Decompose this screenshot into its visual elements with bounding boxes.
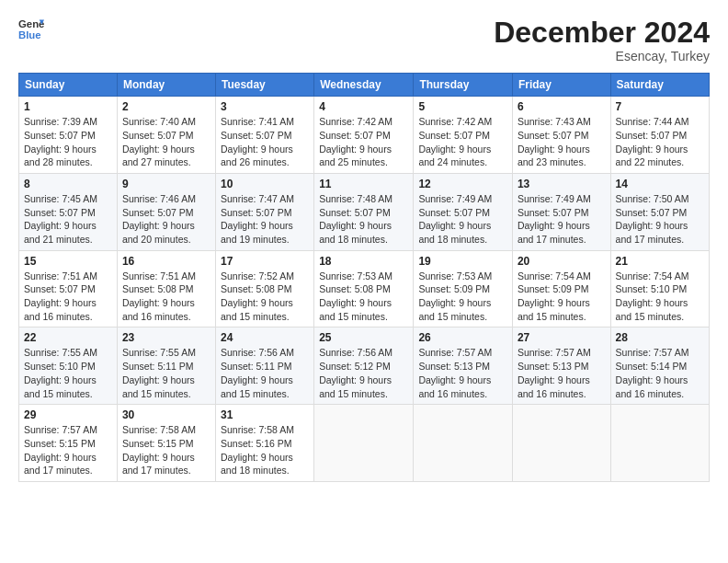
day-cell: 28Sunrise: 7:57 AMSunset: 5:14 PMDayligh… [610,327,709,405]
day-info: Sunrise: 7:54 AMSunset: 5:09 PMDaylight:… [518,270,606,324]
day-number: 2 [122,100,210,113]
day-cell: 21Sunrise: 7:54 AMSunset: 5:10 PMDayligh… [610,250,709,327]
day-info: Sunrise: 7:49 AMSunset: 5:07 PMDaylight:… [518,192,606,247]
day-cell [414,405,513,482]
day-header-saturday: Saturday [610,74,709,97]
week-row-2: 8Sunrise: 7:45 AMSunset: 5:07 PMDaylight… [19,173,710,250]
day-cell: 14Sunrise: 7:50 AMSunset: 5:07 PMDayligh… [610,173,709,250]
day-cell [512,405,610,482]
day-cell: 27Sunrise: 7:57 AMSunset: 5:13 PMDayligh… [512,327,610,405]
day-number: 7 [616,100,704,113]
month-title: December 2024 [494,17,710,49]
day-cell: 10Sunrise: 7:47 AMSunset: 5:07 PMDayligh… [215,173,313,250]
day-info: Sunrise: 7:46 AMSunset: 5:07 PMDaylight:… [122,192,210,247]
day-cell: 5Sunrise: 7:42 AMSunset: 5:07 PMDaylight… [414,97,513,174]
day-number: 9 [122,178,210,190]
day-info: Sunrise: 7:42 AMSunset: 5:07 PMDaylight:… [319,115,408,169]
day-number: 8 [24,178,112,190]
day-cell: 18Sunrise: 7:53 AMSunset: 5:08 PMDayligh… [314,250,414,327]
day-number: 26 [418,331,507,344]
day-number: 28 [616,331,704,344]
day-cell: 7Sunrise: 7:44 AMSunset: 5:07 PMDaylight… [610,97,709,174]
day-cell: 12Sunrise: 7:49 AMSunset: 5:07 PMDayligh… [414,173,513,250]
day-number: 23 [122,331,210,344]
day-cell: 26Sunrise: 7:57 AMSunset: 5:13 PMDayligh… [414,327,513,405]
day-info: Sunrise: 7:40 AMSunset: 5:07 PMDaylight:… [122,115,210,169]
day-info: Sunrise: 7:49 AMSunset: 5:07 PMDaylight:… [418,192,507,247]
day-info: Sunrise: 7:53 AMSunset: 5:09 PMDaylight:… [418,270,507,324]
day-number: 29 [24,408,112,421]
day-info: Sunrise: 7:54 AMSunset: 5:10 PMDaylight:… [616,270,704,324]
logo-icon: General Blue [18,17,44,42]
day-info: Sunrise: 7:39 AMSunset: 5:07 PMDaylight:… [24,115,112,169]
day-info: Sunrise: 7:57 AMSunset: 5:13 PMDaylight:… [418,346,507,400]
day-number: 1 [24,100,112,113]
day-cell: 15Sunrise: 7:51 AMSunset: 5:07 PMDayligh… [19,250,118,327]
day-cell [610,405,709,482]
day-info: Sunrise: 7:57 AMSunset: 5:14 PMDaylight:… [616,346,704,400]
day-number: 10 [221,178,309,190]
day-info: Sunrise: 7:58 AMSunset: 5:16 PMDaylight:… [221,423,309,477]
day-info: Sunrise: 7:41 AMSunset: 5:07 PMDaylight:… [221,115,309,169]
day-cell: 1Sunrise: 7:39 AMSunset: 5:07 PMDaylight… [19,97,118,174]
day-cell: 19Sunrise: 7:53 AMSunset: 5:09 PMDayligh… [414,250,513,327]
day-cell: 29Sunrise: 7:57 AMSunset: 5:15 PMDayligh… [19,405,118,482]
day-cell: 3Sunrise: 7:41 AMSunset: 5:07 PMDaylight… [215,97,313,174]
day-cell: 30Sunrise: 7:58 AMSunset: 5:15 PMDayligh… [117,405,215,482]
day-info: Sunrise: 7:58 AMSunset: 5:15 PMDaylight:… [122,423,210,477]
day-number: 30 [122,408,210,421]
logo: General Blue [18,17,44,42]
day-number: 12 [418,178,507,190]
day-number: 25 [319,331,408,344]
day-header-thursday: Thursday [414,74,513,97]
day-info: Sunrise: 7:56 AMSunset: 5:11 PMDaylight:… [221,346,309,400]
day-cell: 25Sunrise: 7:56 AMSunset: 5:12 PMDayligh… [314,327,414,405]
day-headers-row: SundayMondayTuesdayWednesdayThursdayFrid… [19,74,710,97]
week-row-4: 22Sunrise: 7:55 AMSunset: 5:10 PMDayligh… [19,327,710,405]
day-number: 3 [221,100,309,113]
day-cell: 16Sunrise: 7:51 AMSunset: 5:08 PMDayligh… [117,250,215,327]
day-cell: 31Sunrise: 7:58 AMSunset: 5:16 PMDayligh… [215,405,313,482]
week-row-3: 15Sunrise: 7:51 AMSunset: 5:07 PMDayligh… [19,250,710,327]
title-area: December 2024 Esencay, Turkey [494,17,710,63]
day-cell: 24Sunrise: 7:56 AMSunset: 5:11 PMDayligh… [215,327,313,405]
day-number: 13 [518,178,606,190]
day-cell: 4Sunrise: 7:42 AMSunset: 5:07 PMDaylight… [314,97,414,174]
day-info: Sunrise: 7:45 AMSunset: 5:07 PMDaylight:… [24,192,112,247]
day-cell: 23Sunrise: 7:55 AMSunset: 5:11 PMDayligh… [117,327,215,405]
day-cell: 6Sunrise: 7:43 AMSunset: 5:07 PMDaylight… [512,97,610,174]
day-header-monday: Monday [117,74,215,97]
day-cell: 22Sunrise: 7:55 AMSunset: 5:10 PMDayligh… [19,327,118,405]
day-number: 4 [319,100,408,113]
day-number: 11 [319,178,408,190]
day-header-friday: Friday [512,74,610,97]
day-number: 16 [122,255,210,268]
week-row-1: 1Sunrise: 7:39 AMSunset: 5:07 PMDaylight… [19,97,710,174]
day-number: 31 [221,408,309,421]
day-number: 17 [221,255,309,268]
day-info: Sunrise: 7:53 AMSunset: 5:08 PMDaylight:… [319,270,408,324]
day-info: Sunrise: 7:48 AMSunset: 5:07 PMDaylight:… [319,192,408,247]
day-info: Sunrise: 7:56 AMSunset: 5:12 PMDaylight:… [319,346,408,400]
day-cell: 13Sunrise: 7:49 AMSunset: 5:07 PMDayligh… [512,173,610,250]
svg-text:Blue: Blue [18,29,41,40]
calendar-table: SundayMondayTuesdayWednesdayThursdayFrid… [18,73,710,482]
day-info: Sunrise: 7:52 AMSunset: 5:08 PMDaylight:… [221,270,309,324]
day-header-tuesday: Tuesday [215,74,313,97]
day-info: Sunrise: 7:44 AMSunset: 5:07 PMDaylight:… [616,115,704,169]
day-number: 18 [319,255,408,268]
day-info: Sunrise: 7:47 AMSunset: 5:07 PMDaylight:… [221,192,309,247]
day-cell: 8Sunrise: 7:45 AMSunset: 5:07 PMDaylight… [19,173,118,250]
day-number: 19 [418,255,507,268]
day-number: 24 [221,331,309,344]
day-info: Sunrise: 7:57 AMSunset: 5:15 PMDaylight:… [24,423,112,477]
location: Esencay, Turkey [494,49,710,63]
day-info: Sunrise: 7:51 AMSunset: 5:08 PMDaylight:… [122,270,210,324]
day-info: Sunrise: 7:55 AMSunset: 5:11 PMDaylight:… [122,346,210,400]
day-number: 20 [518,255,606,268]
day-info: Sunrise: 7:42 AMSunset: 5:07 PMDaylight:… [418,115,507,169]
day-number: 21 [616,255,704,268]
day-number: 27 [518,331,606,344]
week-row-5: 29Sunrise: 7:57 AMSunset: 5:15 PMDayligh… [19,405,710,482]
day-number: 6 [518,100,606,113]
